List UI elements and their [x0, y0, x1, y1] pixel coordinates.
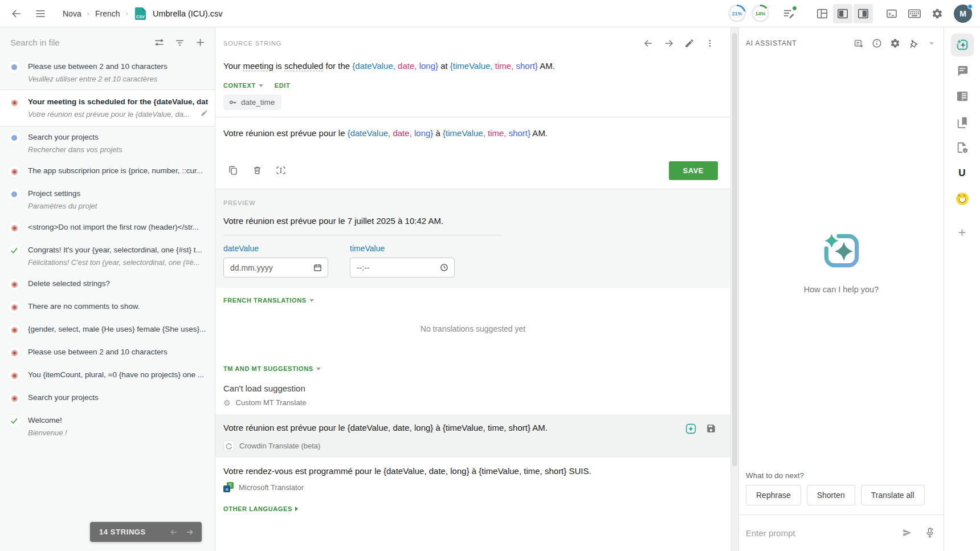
search-input[interactable]: [10, 38, 146, 47]
list-item[interactable]: Project settingsParamètres du projet: [0, 183, 215, 217]
prompt-input[interactable]: [746, 528, 891, 538]
voice-input-icon[interactable]: [923, 526, 937, 540]
list-item[interactable]: Congrats! It's your {year, selectordinal…: [0, 239, 215, 273]
rail-glossary-icon[interactable]: [951, 111, 974, 133]
layout-grid-button[interactable]: [812, 4, 832, 23]
translation-input[interactable]: Votre réunion est prévue pour le {dateVa…: [215, 117, 730, 158]
list-item[interactable]: Welcome!Bienvenue !: [0, 410, 215, 443]
crowdin-editor-app: Nova › French › CSV Umbrella (ICU).csv 2…: [0, 0, 980, 551]
sort-filter-icon[interactable]: [172, 34, 187, 50]
workspace: Please use between 2 and 10 charactersVe…: [0, 27, 980, 551]
list-item[interactable]: The app subscriprion price is {price, nu…: [0, 160, 215, 183]
pin-icon[interactable]: [905, 35, 922, 51]
editor-scrollbar[interactable]: [730, 27, 738, 551]
tm-suggestion-item[interactable]: Votre rendez-vous est programmé pour le …: [215, 458, 730, 499]
layout-side-by-side-button[interactable]: [833, 4, 852, 23]
rail-custom-tool-u-icon[interactable]: U: [951, 162, 974, 185]
ai-greeting: How can I help you?: [804, 285, 879, 294]
edit-pencil-icon[interactable]: [201, 109, 208, 119]
send-prompt-icon[interactable]: [900, 526, 914, 540]
edit-context-button[interactable]: EDIT: [275, 82, 290, 89]
tm-mt-toggle[interactable]: TM AND MT SUGGESTIONS: [223, 365, 321, 372]
string-translation-text: Bienvenue !: [28, 427, 208, 438]
chevron-right-icon: ›: [87, 9, 89, 18]
prev-page-icon[interactable]: [169, 528, 179, 537]
rail-add-tool-icon[interactable]: +: [951, 221, 974, 244]
suggestion-provider-row: 文aMicrosoft Translator: [223, 482, 718, 492]
new-conversation-icon[interactable]: [850, 35, 867, 51]
calendar-icon[interactable]: [313, 263, 322, 272]
tm-suggestion-item[interactable]: Votre réunion est prévue pour le {dateVa…: [215, 414, 730, 458]
ai-settings-gear-icon[interactable]: [887, 35, 904, 51]
string-key-chip[interactable]: date_time: [223, 95, 281, 110]
list-item[interactable]: Please use between 2 and 10 charactersVe…: [0, 56, 215, 89]
time-value-field: timeValue --:--: [350, 244, 455, 277]
source-string-text: Your meeting is scheduled for the {dateV…: [215, 50, 730, 73]
user-avatar[interactable]: M: [954, 5, 972, 23]
next-page-icon[interactable]: [185, 528, 195, 537]
date-input[interactable]: dd.mm.yyyy: [223, 258, 328, 277]
rail-file-info-icon[interactable]: [951, 136, 974, 159]
list-item[interactable]: Search your projects: [0, 387, 215, 410]
list-item[interactable]: You {itemCount, plural, =0 {have no proj…: [0, 364, 215, 387]
translated-progress-ring[interactable]: 21%: [728, 5, 746, 22]
editor-panel: SOURCE STRING Your meeting is: [215, 27, 730, 551]
string-translation-text: Votre réunion est prévue pour le {dateVa…: [28, 109, 197, 120]
list-item[interactable]: Search your projectsRechercher dans vos …: [0, 126, 215, 160]
clock-icon[interactable]: [440, 263, 448, 272]
list-item[interactable]: Please use between 2 and 10 characters: [0, 341, 215, 364]
advanced-filter-icon[interactable]: [151, 34, 167, 50]
french-translations-toggle[interactable]: FRENCH TRANSLATIONS: [223, 297, 314, 304]
layout-right-panel-button[interactable]: [854, 4, 873, 23]
no-translations-message: No translations suggested yet: [215, 304, 730, 356]
ai-action-translate-all-button[interactable]: Translate all: [861, 485, 925, 505]
breadcrumb-language[interactable]: French: [95, 9, 120, 18]
next-string-icon[interactable]: [661, 36, 677, 50]
context-row: CONTEXT EDIT: [215, 73, 730, 89]
breadcrumb-project[interactable]: Nova: [63, 9, 81, 18]
keyboard-shortcuts-icon[interactable]: [905, 4, 924, 23]
list-item[interactable]: {gender, select, male {He uses} female {…: [0, 319, 215, 341]
approved-progress-ring[interactable]: 14%: [752, 5, 769, 22]
status-red-icon: [8, 278, 21, 291]
copy-source-icon[interactable]: [223, 161, 243, 180]
rail-context-info-icon[interactable]: [951, 85, 974, 108]
previous-string-icon[interactable]: [640, 36, 656, 50]
save-button[interactable]: SAVE: [669, 161, 718, 180]
list-item[interactable]: There are no comments to show.: [0, 296, 215, 319]
string-source-text: Delete selected strings?: [28, 278, 208, 289]
breadcrumb-file-name[interactable]: Umbrella (ICU).csv: [153, 9, 222, 18]
save-suggestion-icon[interactable]: [704, 422, 718, 435]
status-red-icon: [8, 392, 21, 405]
context-toggle[interactable]: CONTEXT: [223, 82, 263, 89]
add-string-icon[interactable]: [192, 34, 208, 50]
status-red-icon: [8, 96, 21, 109]
proofread-mode-icon[interactable]: [779, 4, 799, 23]
french-translations-header: FRENCH TRANSLATIONS: [215, 288, 730, 304]
collapse-chevron-icon[interactable]: [923, 35, 940, 51]
rail-comments-icon[interactable]: [951, 59, 974, 82]
other-languages-toggle[interactable]: OTHER LANGUAGES: [223, 505, 298, 512]
edit-source-icon[interactable]: [681, 36, 697, 50]
ai-action-shorten-button[interactable]: Shorten: [807, 485, 855, 505]
source-string-label: SOURCE STRING: [223, 40, 281, 47]
scrollbar-thumb[interactable]: [732, 33, 737, 466]
console-icon[interactable]: [882, 4, 901, 23]
apply-ai-suggestion-icon[interactable]: [684, 422, 697, 435]
clear-translation-icon[interactable]: [247, 161, 267, 180]
ai-action-rephrase-button[interactable]: Rephrase: [746, 485, 801, 505]
more-options-icon[interactable]: [702, 36, 718, 50]
time-input[interactable]: --:--: [350, 258, 455, 277]
list-item[interactable]: Your meeting is scheduled for the {dateV…: [0, 89, 215, 126]
layout-switcher: [812, 4, 873, 23]
list-item[interactable]: <strong>Do not import the first row (hea…: [0, 217, 215, 239]
rail-emoji-icon[interactable]: [951, 187, 974, 210]
main-menu-icon[interactable]: [31, 4, 50, 23]
text-selection-icon[interactable]: [271, 161, 291, 180]
ai-assistant-header: AI ASSISTANT: [739, 27, 944, 51]
settings-gear-icon[interactable]: [928, 4, 947, 23]
rail-ai-assistant-icon[interactable]: [951, 34, 974, 56]
list-item[interactable]: Delete selected strings?: [0, 273, 215, 296]
info-icon[interactable]: [868, 35, 885, 51]
back-button[interactable]: [7, 4, 26, 23]
